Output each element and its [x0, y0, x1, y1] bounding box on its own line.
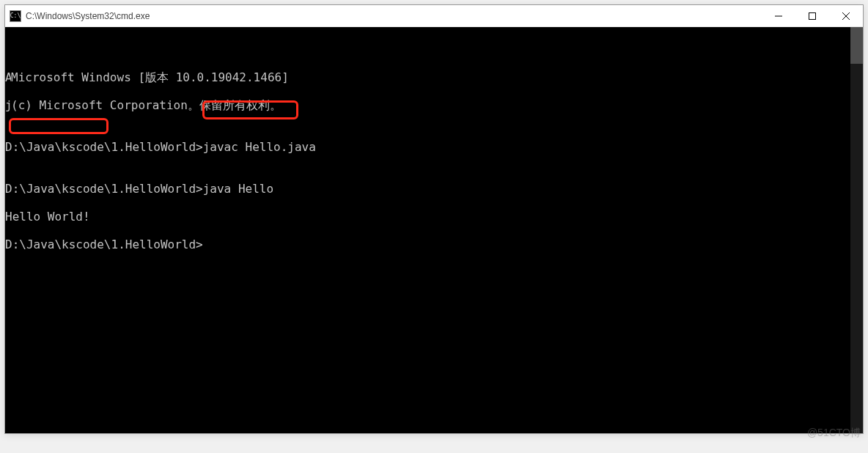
console-area[interactable]: AMicrosoft Windows [版本 10.0.19042.1466] … — [5, 27, 863, 433]
watermark: @51CTO博 — [807, 427, 861, 440]
cmd-window: C:\ C:\Windows\System32\cmd.exe AMicroso… — [4, 4, 864, 434]
minimize-icon — [775, 12, 782, 20]
svg-rect-1 — [809, 12, 816, 19]
console-line-3: D:\Java\kscode\1.HelloWorld>javac Hello.… — [5, 140, 850, 154]
console-line-2: (c) Microsoft Corporation。保留所有权利。 — [11, 98, 282, 112]
maximize-button[interactable] — [795, 5, 829, 26]
titlebar[interactable]: C:\ C:\Windows\System32\cmd.exe — [5, 5, 863, 27]
minimize-button[interactable] — [762, 5, 795, 26]
console-line-1: Microsoft Windows [版本 10.0.19042.1466] — [11, 70, 289, 84]
console-line-5: Hello World! — [5, 210, 850, 224]
console-line-4-cmd: java Hello — [203, 182, 273, 196]
console-content: AMicrosoft Windows [版本 10.0.19042.1466] … — [5, 56, 863, 279]
maximize-icon — [809, 12, 816, 20]
console-line-6: D:\Java\kscode\1.HelloWorld> — [5, 237, 203, 251]
line1-partial: A — [5, 70, 11, 84]
console-line-4-prompt: D:\Java\kscode\1.HelloWorld> — [5, 182, 203, 196]
cursor — [203, 240, 209, 251]
line2-partial: j. — [5, 98, 11, 112]
scrollbar-thumb[interactable] — [850, 27, 863, 64]
window-title: C:\Windows\System32\cmd.exe — [26, 11, 762, 21]
cmd-icon: C:\ — [10, 10, 21, 22]
window-controls — [762, 5, 863, 26]
close-icon — [842, 12, 850, 20]
close-button[interactable] — [829, 5, 863, 26]
vertical-scrollbar[interactable] — [850, 27, 863, 433]
